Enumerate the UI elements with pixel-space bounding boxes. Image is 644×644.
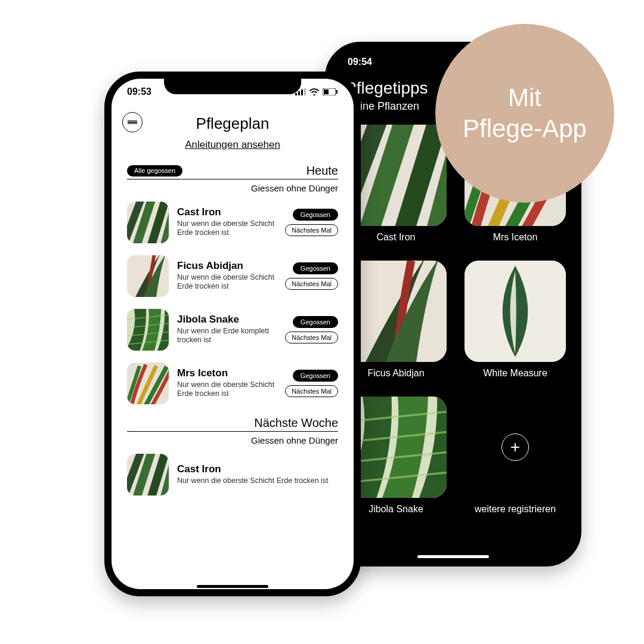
notch [164,75,301,94]
plant-row: Cast Iron Nur wenn die oberste Schicht E… [127,454,338,496]
tile-white-measure[interactable]: White Measure [465,261,566,379]
svg-rect-18 [324,89,329,94]
plant-name: Cast Iron [177,464,338,475]
next-time-button[interactable]: Nächstes Mal [285,332,338,343]
home-indicator [197,585,268,588]
status-icons [295,88,338,95]
section-title: Nächste Woche [254,416,338,430]
section-subtitle: Giessen ohne Dünger [127,435,338,445]
plant-row: Ficus Abidjan Nur wenn die oberste Schic… [127,255,338,297]
tile-add-plant[interactable]: + weitere registrieren [465,397,566,515]
plant-thumb[interactable] [127,454,169,496]
plant-desc: Nur wenn die Erde komplett trocken ist [177,327,277,345]
svg-rect-16 [304,88,306,95]
plant-thumb[interactable] [127,363,169,404]
status-time: 09:53 [127,86,151,97]
plant-name: Cast Iron [177,207,277,218]
plant-name: Jibola Snake [177,314,277,326]
plant-desc: Nur wenn die oberste Schicht Erde trocke… [177,476,338,486]
section-header-nextweek: Nächste Woche [127,416,338,432]
next-time-button[interactable]: Nächstes Mal [285,385,338,397]
plant-desc: Nur wenn die oberste Schicht Erde trocke… [177,380,277,399]
status-time: 09:54 [348,57,372,67]
section-subtitle: Giessen ohne Dünger [127,183,338,193]
svg-rect-19 [336,90,338,94]
all-watered-badge[interactable]: Alle gegossen [127,165,182,177]
svg-rect-14 [298,91,300,95]
hamburger-icon [128,120,137,125]
plant-desc: Nur wenn die oberste Schicht Erde trocke… [177,273,277,292]
plant-name: Ficus Abidjan [177,261,277,272]
next-time-button[interactable]: Nächstes Mal [285,224,338,236]
section-header-today: Alle gegossen Heute [127,164,338,179]
plant-thumb[interactable] [127,202,169,243]
watered-button[interactable]: Gegossen [293,209,338,221]
plant-thumb[interactable] [127,309,169,351]
tile-label: Ficus Abidjan [367,368,424,379]
svg-rect-15 [301,89,303,95]
home-indicator [417,555,489,558]
watered-button[interactable]: Gegossen [293,316,338,328]
promo-badge: Mit Pflege-App [435,24,614,203]
tile-label: Jibola Snake [369,504,423,515]
next-time-button[interactable]: Nächstes Mal [285,278,338,290]
tile-label: White Measure [483,368,547,379]
plant-name: Mrs Iceton [177,368,277,379]
watered-button[interactable]: Gegossen [293,370,338,382]
section-title: Heute [306,164,338,178]
menu-button[interactable] [122,112,143,132]
plus-icon: + [501,434,529,461]
page-title: Pflegeplan [127,114,338,133]
tile-label: Cast Iron [377,232,416,243]
plant-thumb[interactable] [127,255,169,297]
watered-button[interactable]: Gegossen [293,262,338,274]
battery-icon [323,88,338,95]
wifi-icon [309,88,319,95]
tile-label: weitere registrieren [475,504,556,515]
phone-front: 09:53 Pflegeplan Anleitungen ansehen All… [104,72,361,596]
svg-rect-13 [295,93,297,95]
plant-row: Jibola Snake Nur wenn die Erde komplett … [127,309,338,351]
plant-desc: Nur wenn die oberste Schicht Erde trocke… [177,219,277,238]
promo-text: Mit Pflege-App [463,82,587,145]
tile-label: Mrs Iceton [493,232,538,243]
instructions-link[interactable]: Anleitungen ansehen [127,139,338,151]
plant-row: Cast Iron Nur wenn die oberste Schicht E… [127,202,338,243]
plant-row: Mrs Iceton Nur wenn die oberste Schicht … [127,363,338,404]
